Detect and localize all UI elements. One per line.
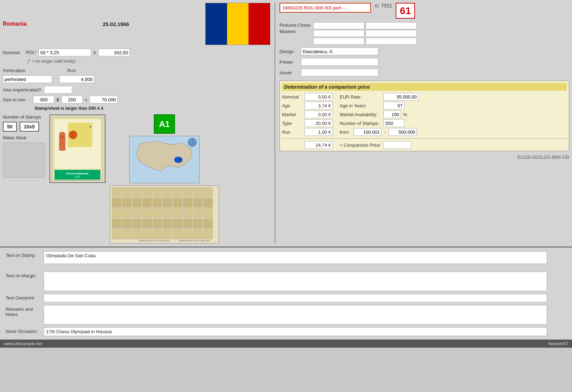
remarks-field[interactable]: [44, 305, 547, 324]
stamp-single-image: POSTA ROMANA 3.25 ⊕: [49, 114, 106, 183]
comp-from-label: from: [340, 129, 352, 135]
pictured-inputs: [313, 22, 417, 45]
text-overprint-field[interactable]: [44, 294, 547, 302]
svg-rect-23: [163, 188, 172, 197]
badge-map-col: A1: [110, 114, 219, 244]
text-on-margin-field[interactable]: [44, 272, 547, 291]
main-container: Romania 25.02.1966 Nominal ROL* = (* = n…: [0, 0, 572, 348]
perf-run-labels: Perforation Run: [3, 68, 270, 73]
eu-code: EU128-20231201-BM3-239: [279, 155, 569, 160]
size-x: X: [56, 97, 59, 102]
comp-separator: [282, 138, 567, 139]
printer-row: Printer: [279, 58, 569, 66]
nominal-result-input[interactable]: [98, 49, 130, 56]
pictured-row-3: [313, 38, 417, 45]
stamps-images-row: Number of Stamps 50 10x5 Water Mark:: [3, 114, 270, 244]
nominal-row: Nominal ROL* =: [3, 49, 270, 56]
size-height-input[interactable]: [62, 96, 83, 103]
svg-rect-24: [173, 188, 182, 197]
pictured-field-3b[interactable]: [366, 38, 417, 45]
map-svg: [130, 136, 199, 183]
comp-eur-rate-label: EUR Rate:: [340, 94, 382, 100]
comp-total-eq: = Comparison Price: [340, 143, 380, 148]
svg-rect-53: [163, 219, 172, 229]
svg-rect-36: [193, 198, 202, 208]
issue-occasion-value: 17th Chess Olympiad in Havana: [46, 329, 112, 334]
stamps-label: Number of Stamps: [3, 114, 45, 120]
comp-run-label: Run: [282, 129, 303, 135]
svg-rect-28: [112, 198, 121, 208]
pictured-field-2a[interactable]: [313, 30, 364, 37]
svg-text:⊕: ⊕: [89, 126, 92, 128]
also-imperforated-label: Also imperforated?: [3, 87, 41, 93]
size-result-input[interactable]: [89, 96, 118, 103]
svg-rect-64: [173, 229, 182, 239]
comp-age-years-input[interactable]: [383, 102, 404, 109]
svg-rect-26: [193, 188, 202, 197]
pictured-label: Pictured ChessMasters: [279, 22, 310, 35]
svg-rect-60: [132, 229, 142, 239]
watermark-box: [3, 143, 45, 178]
country-name: Romania: [3, 21, 27, 27]
svg-rect-4: [59, 137, 65, 151]
pictured-field-1b[interactable]: [366, 22, 417, 29]
svg-rect-59: [122, 229, 132, 239]
issue-occasion-row: Issue Occasion 17th Chess Olympiad in Ha…: [6, 327, 566, 336]
design-row: Design: [279, 48, 569, 55]
svg-rect-56: [193, 219, 202, 229]
svg-rect-29: [122, 198, 132, 208]
stamps-watermark-col: Number of Stamps 50 10x5 Water Mark:: [3, 114, 45, 178]
size-width-input[interactable]: [33, 96, 54, 103]
also-imperforated-row: Also imperforated?: [3, 86, 270, 94]
text-on-margin-row: Text on Margin: [6, 272, 566, 291]
svg-text:OLIMPIADA DE SAH CUBA 1966: OLIMPIADA DE SAH CUBA 1966: [138, 240, 169, 242]
size-note-row: Stamp/sheet is larger than DIN A 4: [34, 106, 270, 111]
header-row: Romania 25.02.1966: [3, 3, 270, 45]
printer-input[interactable]: [301, 58, 378, 66]
pictured-field-1a[interactable]: [313, 22, 364, 29]
comp-type-label: Type: [282, 121, 303, 126]
comparison-grid: Nominal 0,00 € EUR Rate: Age 3,74 € Age …: [282, 93, 567, 149]
perforation-label: Perforation: [3, 68, 25, 73]
text-on-stamp-row: Text on Stamp Olimpiada De Sah Cuba: [6, 251, 566, 264]
svg-rect-40: [132, 208, 142, 218]
comp-market-pct: %: [403, 112, 407, 117]
svg-rect-43: [163, 208, 172, 218]
text-on-stamp-field[interactable]: Olimpiada De Sah Cuba: [44, 251, 547, 264]
comp-run-to-input[interactable]: [389, 128, 417, 136]
issuer-input[interactable]: [301, 69, 378, 76]
pictured-field-3a[interactable]: [313, 38, 364, 45]
svg-rect-35: [183, 198, 193, 208]
design-input[interactable]: [301, 48, 378, 55]
comp-type-row: Type 20,00 € Number of Stamps:: [282, 119, 567, 127]
nominal-note: (* = no longer valid today): [3, 58, 270, 64]
svg-rect-62: [152, 229, 162, 239]
text-overprint-row: Text Overprint: [6, 294, 566, 302]
svg-rect-46: [193, 208, 202, 218]
comparison-box: Determination of a comparison price Nomi…: [279, 81, 569, 151]
svg-text:POSTA ROMANA: POSTA ROMANA: [66, 172, 89, 175]
comp-run-from-input[interactable]: [353, 128, 382, 136]
nominal-formula-input[interactable]: [38, 49, 91, 56]
a1-badge: A1: [154, 114, 175, 134]
svg-rect-21: [142, 188, 152, 197]
id-label: ID: [375, 3, 379, 8]
perforation-input[interactable]: [3, 75, 52, 83]
flag-blue: [206, 3, 227, 45]
svg-rect-45: [183, 208, 193, 218]
run-input[interactable]: [59, 75, 94, 83]
nominal-label: Nominal: [3, 50, 24, 55]
pictured-field-2b[interactable]: [366, 30, 417, 37]
also-imperforated-input[interactable]: [44, 86, 72, 94]
issue-occasion-field[interactable]: 17th Chess Olympiad in Havana: [44, 327, 547, 336]
svg-rect-61: [142, 229, 152, 239]
comp-eur-rate-input[interactable]: [383, 93, 419, 101]
comp-total-result[interactable]: [383, 141, 411, 149]
right-panel: 19660225 ROU 806 ISS perf - - ID 7021 61…: [279, 3, 569, 244]
svg-rect-37: [203, 198, 213, 208]
catalog-code[interactable]: 19660225 ROU 806 ISS perf - -: [279, 3, 371, 13]
comp-stamps-input[interactable]: [383, 119, 404, 127]
comp-market-avail-input[interactable]: [383, 110, 401, 118]
stamp-svg: POSTA ROMANA 3.25 ⊕: [50, 115, 105, 182]
svg-rect-19: [122, 188, 132, 197]
